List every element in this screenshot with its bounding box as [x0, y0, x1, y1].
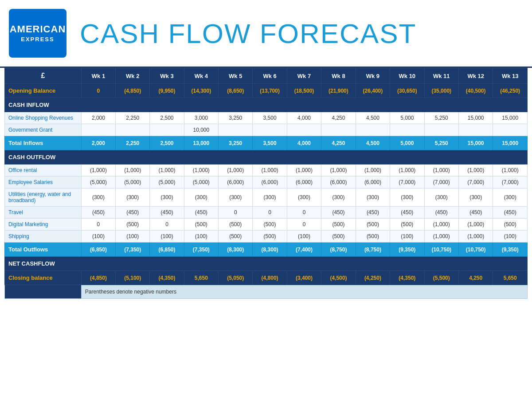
- cash-flow-table: £ Wk 1 Wk 2 Wk 3 Wk 4 Wk 5 Wk 6 Wk 7 Wk …: [4, 68, 528, 299]
- cell-value: 5,000: [390, 136, 424, 150]
- cell-value: [424, 124, 458, 136]
- cell-value: (10,750): [424, 243, 458, 257]
- cell-value: (500): [116, 219, 150, 231]
- cell-value: (450): [321, 207, 356, 219]
- cell-value: (7,000): [390, 176, 424, 188]
- cell-value: 0: [81, 219, 115, 231]
- cell-value: (4,850): [81, 271, 115, 285]
- row-label: Closing balance: [5, 271, 82, 285]
- cell-value: (9,950): [150, 84, 184, 98]
- cell-value: (1,000): [493, 164, 528, 176]
- cell-value: (26,400): [356, 84, 390, 98]
- row-label: Travel: [5, 207, 82, 219]
- cell-value: (300): [321, 188, 356, 207]
- cell-value: [116, 124, 150, 136]
- cell-value: (500): [390, 219, 424, 231]
- cell-value: (100): [81, 231, 115, 243]
- cell-value: (3,400): [287, 271, 321, 285]
- table-row: Digital Marketing0(500)0(500)(500)(500)0…: [5, 219, 528, 231]
- cell-value: (1,000): [184, 164, 218, 176]
- cell-value: (300): [424, 188, 458, 207]
- footer-sidebar: [5, 285, 82, 299]
- cell-value: 4,250: [458, 271, 493, 285]
- row-label: Total Inflows: [5, 136, 82, 150]
- cell-value: (30,650): [390, 84, 424, 98]
- cell-value: (450): [116, 207, 150, 219]
- currency-header: £: [5, 68, 82, 84]
- cell-value: 4,000: [287, 112, 321, 124]
- cell-value: (7,000): [493, 176, 528, 188]
- cell-value: (450): [390, 207, 424, 219]
- cell-value: (46,250): [493, 84, 528, 98]
- cell-value: [150, 124, 184, 136]
- cell-value: [356, 124, 390, 136]
- footer-note: Parentheses denote negative numbers: [81, 285, 527, 299]
- cell-value: (500): [219, 231, 253, 243]
- cell-value: (8,300): [253, 243, 287, 257]
- page-title: CASH FLOW FORECAST: [80, 18, 416, 49]
- cell-value: (5,050): [219, 271, 253, 285]
- cell-value: 5,250: [424, 136, 458, 150]
- wk7-header: Wk 7: [287, 68, 321, 84]
- cell-value: (500): [321, 219, 356, 231]
- cell-value: [81, 124, 115, 136]
- cell-value: [493, 124, 528, 136]
- cell-value: (450): [81, 207, 115, 219]
- cell-value: (18,500): [287, 84, 321, 98]
- cell-value: 4,500: [356, 136, 390, 150]
- row-label: Opening Balance: [5, 84, 82, 98]
- cell-value: (7,350): [116, 243, 150, 257]
- cell-value: 15,000: [493, 136, 528, 150]
- cell-value: (300): [458, 188, 493, 207]
- cell-value: (100): [150, 231, 184, 243]
- cell-value: 3,250: [219, 112, 253, 124]
- row-label: Office rental: [5, 164, 82, 176]
- cell-value: (450): [150, 207, 184, 219]
- cell-value: 5,000: [390, 112, 424, 124]
- cell-value: 2,500: [150, 136, 184, 150]
- cell-value: (35,000): [424, 84, 458, 98]
- cell-value: (7,000): [424, 176, 458, 188]
- cell-value: [253, 124, 287, 136]
- cell-value: (5,500): [424, 271, 458, 285]
- cell-value: (300): [253, 188, 287, 207]
- cell-value: 4,000: [287, 136, 321, 150]
- cell-value: (5,100): [116, 271, 150, 285]
- cell-value: (1,000): [356, 164, 390, 176]
- cell-value: (6,000): [321, 176, 356, 188]
- cell-value: 2,500: [150, 112, 184, 124]
- cell-value: 4,500: [356, 112, 390, 124]
- amex-logo: AMERICAN EXPRESS: [9, 9, 66, 58]
- table-row: Employee Salaries(5,000)(5,000)(5,000)(5…: [5, 176, 528, 188]
- cell-value: (4,250): [356, 271, 390, 285]
- header: AMERICAN EXPRESS CASH FLOW FORECAST: [0, 0, 532, 68]
- net-cashflow-header: NET CASHFLOW: [5, 257, 528, 271]
- cell-value: (7,350): [184, 243, 218, 257]
- wk5-header: Wk 5: [219, 68, 253, 84]
- wk13-header: Wk 13: [493, 68, 528, 84]
- cell-value: (450): [356, 207, 390, 219]
- cell-value: (8,750): [356, 243, 390, 257]
- cell-value: (40,500): [458, 84, 493, 98]
- cell-value: [287, 124, 321, 136]
- cell-value: (300): [184, 188, 218, 207]
- cell-value: 0: [219, 207, 253, 219]
- cell-value: [390, 124, 424, 136]
- cell-value: (8,750): [321, 243, 356, 257]
- wk11-header: Wk 11: [424, 68, 458, 84]
- amex-logo-line2: EXPRESS: [21, 36, 54, 43]
- cell-value: (300): [150, 188, 184, 207]
- cell-value: (21,900): [321, 84, 356, 98]
- cell-value: (450): [424, 207, 458, 219]
- cell-value: 3,500: [253, 112, 287, 124]
- cell-value: (1,000): [424, 219, 458, 231]
- cell-value: [458, 124, 493, 136]
- cell-value: (500): [356, 231, 390, 243]
- cell-value: (13,700): [253, 84, 287, 98]
- row-label: Digital Marketing: [5, 219, 82, 231]
- cell-value: 3,500: [253, 136, 287, 150]
- cell-value: (1,000): [219, 164, 253, 176]
- footer-row: Parentheses denote negative numbers: [5, 285, 528, 299]
- cell-value: 15,000: [458, 136, 493, 150]
- cell-value: (5,000): [150, 176, 184, 188]
